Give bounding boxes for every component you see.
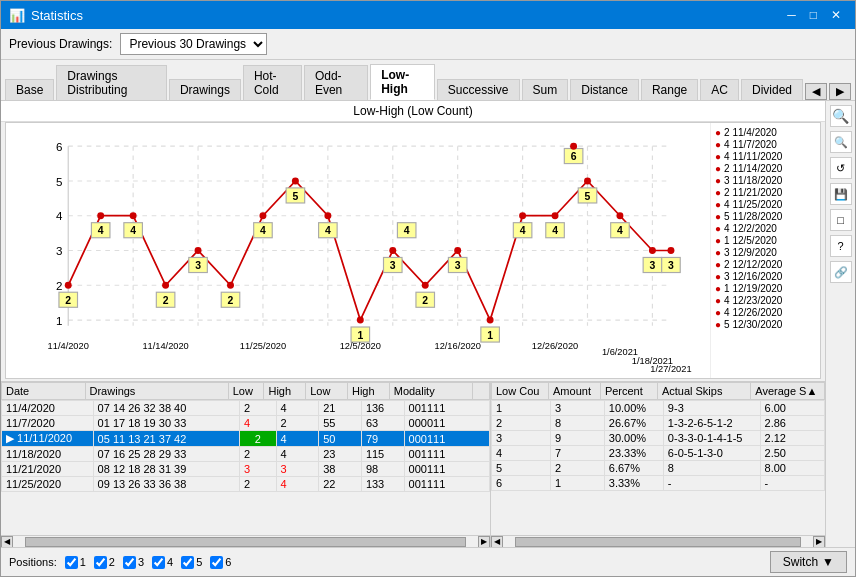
legend-item: ●5 11/28/2020 xyxy=(715,211,816,222)
tab-successive[interactable]: Successive xyxy=(437,79,520,100)
position-2-checkbox[interactable] xyxy=(94,556,107,569)
table-row[interactable]: 11/21/2020 08 12 18 28 31 39 3 3 38 98 0… xyxy=(2,462,490,477)
tab-next-button[interactable]: ▶ xyxy=(829,83,851,100)
left-table-scroll[interactable]: 11/4/2020 07 14 26 32 38 40 2 4 21 136 0… xyxy=(1,400,490,535)
left-table-header: Date Drawings Low High Low High Modality xyxy=(1,382,490,400)
svg-text:3: 3 xyxy=(455,260,461,271)
legend-item: ●5 12/30/2020 xyxy=(715,319,816,330)
cell-avg-skips: 6.00 xyxy=(760,401,824,416)
tab-sum[interactable]: Sum xyxy=(522,79,569,100)
table-row[interactable]: 3 9 30.00% 0-3-3-0-1-4-1-5 2.12 xyxy=(492,431,825,446)
svg-text:11/25/2020: 11/25/2020 xyxy=(240,341,286,351)
switch-label: Switch xyxy=(783,555,818,569)
table-row[interactable]: 5 2 6.67% 8 8.00 xyxy=(492,461,825,476)
zoom-in-button[interactable]: 🔍 xyxy=(830,105,852,127)
table-row[interactable]: 11/7/2020 01 17 18 19 30 33 4 2 55 63 00… xyxy=(2,416,490,431)
col-date: Date xyxy=(2,383,86,400)
tab-range[interactable]: Range xyxy=(641,79,698,100)
col-scroll xyxy=(473,383,490,400)
tab-prev-button[interactable]: ◀ xyxy=(805,83,827,100)
cell-low1: 4 xyxy=(239,416,276,431)
tab-divided[interactable]: Divided xyxy=(741,79,803,100)
right-table-scroll[interactable]: 1 3 10.00% 9-3 6.00 2 8 26.67% xyxy=(491,400,825,535)
table-row[interactable]: 6 1 3.33% - - xyxy=(492,476,825,491)
tab-drawings-distributing[interactable]: Drawings Distributing xyxy=(56,65,167,100)
maximize-button[interactable]: □ xyxy=(804,6,823,24)
cell-actual-skips: 9-3 xyxy=(663,401,760,416)
save-button[interactable]: 💾 xyxy=(830,183,852,205)
cell-actual-skips: 8 xyxy=(663,461,760,476)
cell-avg-skips: - xyxy=(760,476,824,491)
position-5-checkbox[interactable] xyxy=(181,556,194,569)
svg-text:2: 2 xyxy=(422,295,428,306)
help-button[interactable]: ? xyxy=(830,235,852,257)
cell-amount: 3 xyxy=(551,401,605,416)
cell-avg-skips: 2.50 xyxy=(760,446,824,461)
tab-drawings[interactable]: Drawings xyxy=(169,79,241,100)
svg-text:4: 4 xyxy=(617,225,623,236)
table-row[interactable]: 1 3 10.00% 9-3 6.00 xyxy=(492,401,825,416)
table-row[interactable]: 4 7 23.33% 6-0-5-1-3-0 2.50 xyxy=(492,446,825,461)
table-row[interactable]: ▶ 11/11/2020 05 11 13 21 37 42 2 4 50 79… xyxy=(2,431,490,447)
position-3[interactable]: 3 xyxy=(123,556,144,569)
legend-item: ●3 11/18/2020 xyxy=(715,175,816,186)
tab-low-high[interactable]: Low-High xyxy=(370,64,435,100)
link-button[interactable]: 🔗 xyxy=(830,261,852,283)
close-button[interactable]: ✕ xyxy=(825,6,847,24)
position-1[interactable]: 1 xyxy=(65,556,86,569)
scroll-right-arrow[interactable]: ▶ xyxy=(813,536,825,548)
switch-button[interactable]: Switch ▼ xyxy=(770,551,847,573)
svg-text:3: 3 xyxy=(56,245,62,257)
legend-item: ●2 11/14/2020 xyxy=(715,163,816,174)
minimize-button[interactable]: ─ xyxy=(781,6,802,24)
zoom-out-button[interactable]: 🔍 xyxy=(830,131,852,153)
cell-amount: 1 xyxy=(551,476,605,491)
tab-hot-cold[interactable]: Hot-Cold xyxy=(243,65,302,100)
left-table: Date Drawings Low High Low High Modality xyxy=(1,382,491,547)
right-table-scrollbar-h[interactable]: ◀ ▶ xyxy=(491,535,825,547)
position-2[interactable]: 2 xyxy=(94,556,115,569)
scroll-thumb[interactable] xyxy=(515,537,801,547)
position-6[interactable]: 6 xyxy=(210,556,231,569)
svg-point-24 xyxy=(130,212,137,219)
scroll-left-arrow[interactable]: ◀ xyxy=(491,536,503,548)
reset-button[interactable]: ↺ xyxy=(830,157,852,179)
position-5[interactable]: 5 xyxy=(181,556,202,569)
tab-odd-even[interactable]: Odd-Even xyxy=(304,65,368,100)
position-4[interactable]: 4 xyxy=(152,556,173,569)
table-row[interactable]: 2 8 26.67% 1-3-2-6-5-1-2 2.86 xyxy=(492,416,825,431)
previous-drawings-select[interactable]: Previous 30 Drawings Previous 10 Drawing… xyxy=(120,33,267,55)
svg-text:12/16/2020: 12/16/2020 xyxy=(434,341,480,351)
cell-modality: 000111 xyxy=(404,431,489,447)
svg-point-28 xyxy=(259,212,266,219)
scroll-thumb[interactable] xyxy=(25,537,466,547)
tab-ac[interactable]: AC xyxy=(700,79,739,100)
table-row[interactable]: 11/4/2020 07 14 26 32 38 40 2 4 21 136 0… xyxy=(2,401,490,416)
table-row[interactable]: 11/18/2020 07 16 25 28 29 33 2 4 23 115 … xyxy=(2,447,490,462)
cell-low1: 2 xyxy=(239,447,276,462)
position-4-checkbox[interactable] xyxy=(152,556,165,569)
position-6-checkbox[interactable] xyxy=(210,556,223,569)
cell-high2: 79 xyxy=(361,431,404,447)
table-row[interactable]: 11/25/2020 09 13 26 33 36 38 2 4 22 133 … xyxy=(2,477,490,492)
cell-low-count: 5 xyxy=(492,461,551,476)
cell-low2: 23 xyxy=(319,447,362,462)
cell-avg-skips: 8.00 xyxy=(760,461,824,476)
toolbar-label: Previous Drawings: xyxy=(9,37,112,51)
right-table-header: Low Cou Amount Percent Actual Skips Aver… xyxy=(491,382,825,400)
tab-distance[interactable]: Distance xyxy=(570,79,639,100)
view-button[interactable]: □ xyxy=(830,209,852,231)
svg-text:2: 2 xyxy=(163,295,169,306)
left-table-scrollbar-h[interactable]: ◀ ▶ xyxy=(1,535,490,547)
cell-modality: 001111 xyxy=(404,447,489,462)
toolbar: Previous Drawings: Previous 30 Drawings … xyxy=(1,29,855,60)
position-1-checkbox[interactable] xyxy=(65,556,78,569)
scroll-left-arrow[interactable]: ◀ xyxy=(1,536,13,548)
position-3-checkbox[interactable] xyxy=(123,556,136,569)
svg-point-30 xyxy=(324,212,331,219)
scroll-right-arrow[interactable]: ▶ xyxy=(478,536,490,548)
svg-text:4: 4 xyxy=(404,225,410,236)
col-actual-skips: Actual Skips xyxy=(657,383,750,400)
tab-base[interactable]: Base xyxy=(5,79,54,100)
svg-text:12/26/2020: 12/26/2020 xyxy=(532,341,578,351)
